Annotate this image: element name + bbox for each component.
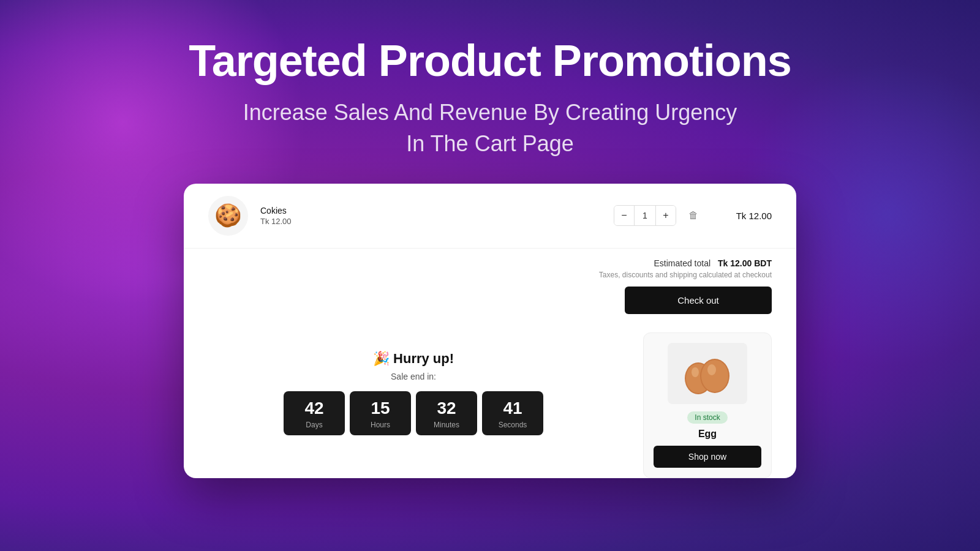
seconds-label: Seconds [488,421,537,429]
estimated-total-value: Tk 12.00 BDT [718,258,772,268]
checkout-button[interactable]: Check out [625,287,772,314]
decrease-qty-button[interactable]: − [614,206,634,225]
seconds-value: 41 [488,400,537,417]
hours-label: Hours [356,421,405,429]
bottom-section: 🎉 Hurry up! Sale end in: 42 Days 15 Hour… [184,320,796,478]
tax-note: Taxes, discounts and shipping calculated… [599,271,772,279]
qty-display: 1 [634,206,656,225]
product-card-image [668,343,747,404]
svg-point-4 [692,367,699,377]
estimated-total-row: Estimated total Tk 12.00 BDT [654,258,772,268]
days-value: 42 [290,400,339,417]
quantity-controls: − 1 + [614,205,676,226]
countdown-boxes: 42 Days 15 Hours 32 Minutes 41 Seconds [284,391,543,435]
product-info: Cokies Tk 12.00 [260,206,614,226]
countdown-area: 🎉 Hurry up! Sale end in: 42 Days 15 Hour… [208,332,619,435]
hours-box: 15 Hours [350,391,411,435]
product-name: Cokies [260,206,614,216]
days-box: 42 Days [284,391,345,435]
in-stock-badge: In stock [687,411,727,424]
totals-section: Estimated total Tk 12.00 BDT Taxes, disc… [184,249,796,320]
seconds-box: 41 Seconds [482,391,543,435]
cart-item-row: 🍪 Cokies Tk 12.00 − 1 + 🗑 Tk 12.00 [184,184,796,249]
product-card-name: Egg [698,429,717,440]
svg-point-5 [707,364,716,375]
cart-mockup: 🍪 Cokies Tk 12.00 − 1 + 🗑 Tk 12.00 Estim… [184,184,796,478]
minutes-value: 32 [422,400,471,417]
delete-item-button[interactable]: 🗑 [688,210,698,221]
increase-qty-button[interactable]: + [656,206,676,225]
svg-point-3 [701,360,728,392]
estimated-total-label: Estimated total [654,258,710,268]
item-total: Tk 12.00 [723,211,772,221]
sale-end-text: Sale end in: [391,372,436,381]
product-image: 🍪 [208,196,248,236]
hurry-text: 🎉 Hurry up! [373,351,454,367]
hours-value: 15 [356,400,405,417]
page-subtitle: Increase Sales And Revenue By Creating U… [243,97,737,159]
days-label: Days [290,421,339,429]
minutes-box: 32 Minutes [416,391,477,435]
shop-now-button[interactable]: Shop now [654,446,761,468]
product-price: Tk 12.00 [260,217,614,226]
page-title: Targeted Product Promotions [189,37,791,85]
product-card: In stock Egg Shop now [643,332,772,478]
minutes-label: Minutes [422,421,471,429]
